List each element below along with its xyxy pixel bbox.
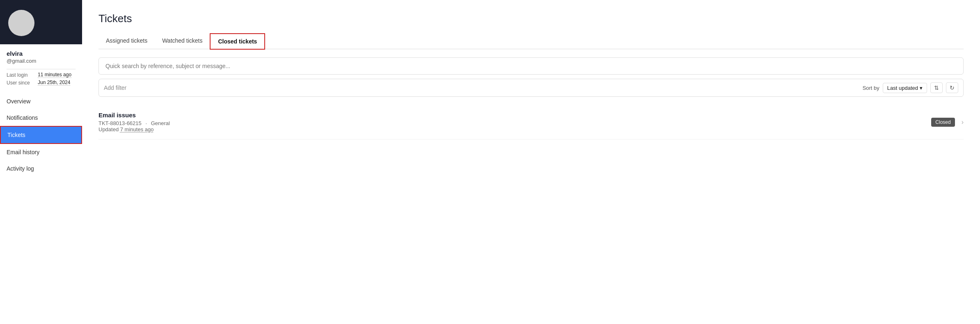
filter-sort-row: Add filter Sort by Last updated ▾ ⇅ ↻ (98, 79, 964, 97)
add-filter-button[interactable]: Add filter (104, 84, 863, 91)
sidebar-item-notifications[interactable]: Notifications (0, 110, 82, 126)
sidebar-item-overview[interactable]: Overview (0, 93, 82, 110)
refresh-icon: ↻ (950, 84, 955, 91)
chevron-right-icon[interactable]: › (962, 119, 964, 126)
page-title: Tickets (98, 12, 964, 25)
status-badge: Closed (931, 118, 955, 127)
tabs: Assigned ticketsWatched ticketsClosed ti… (98, 33, 964, 49)
sort-lines-icon: ⇅ (934, 84, 939, 91)
sidebar-email: @gmail.com (7, 58, 76, 64)
table-row: Email issues TKT-88013-66215 · General U… (98, 105, 964, 139)
tab-closed[interactable]: Closed tickets (210, 33, 265, 50)
ticket-list: Email issues TKT-88013-66215 · General U… (98, 105, 964, 139)
sort-area: Sort by Last updated ▾ ⇅ ↻ (863, 82, 958, 93)
main-content: Tickets Assigned ticketsWatched ticketsC… (82, 0, 980, 324)
sidebar-avatar-area (0, 0, 82, 44)
last-login-label: Last login (7, 72, 35, 78)
tab-watched[interactable]: Watched tickets (155, 33, 210, 49)
user-since-label: User since (7, 80, 35, 86)
sidebar-item-tickets[interactable]: Tickets (0, 126, 82, 144)
sidebar-user-info: elvira @gmail.com Last login 11 minutes … (0, 44, 82, 91)
user-since-row: User since Jun 25th, 2024 (7, 80, 76, 86)
sidebar-username: elvira (7, 50, 76, 57)
avatar (8, 10, 34, 36)
chevron-down-icon: ▾ (920, 85, 923, 91)
sort-label: Sort by (863, 85, 879, 91)
sidebar-item-email-history[interactable]: Email history (0, 144, 82, 160)
sort-value: Last updated (887, 85, 918, 91)
last-login-row: Last login 11 minutes ago (7, 72, 76, 78)
tab-assigned[interactable]: Assigned tickets (98, 33, 155, 49)
sort-select[interactable]: Last updated ▾ (883, 83, 927, 93)
ticket-meta: TKT-88013-66215 · General (98, 120, 925, 126)
sidebar-nav: OverviewNotificationsTicketsEmail histor… (0, 91, 82, 324)
sidebar-item-activity-log[interactable]: Activity log (0, 160, 82, 177)
refresh-button[interactable]: ↻ (946, 82, 958, 93)
ticket-info: Email issues TKT-88013-66215 · General U… (98, 112, 925, 132)
ticket-updated: Updated 7 minutes ago (98, 126, 925, 132)
user-since-value: Jun 25th, 2024 (38, 80, 70, 86)
ticket-reference: TKT-88013-66215 (98, 120, 142, 126)
ticket-separator: · (145, 120, 147, 126)
search-input[interactable] (98, 57, 964, 75)
ticket-title: Email issues (98, 112, 925, 119)
sort-order-button[interactable]: ⇅ (930, 82, 943, 93)
last-login-value: 11 minutes ago (38, 72, 71, 78)
sidebar: elvira @gmail.com Last login 11 minutes … (0, 0, 82, 324)
ticket-category: General (151, 120, 170, 126)
ticket-updated-time: 7 minutes ago (120, 126, 154, 132)
sidebar-meta: Last login 11 minutes ago User since Jun… (7, 72, 76, 86)
